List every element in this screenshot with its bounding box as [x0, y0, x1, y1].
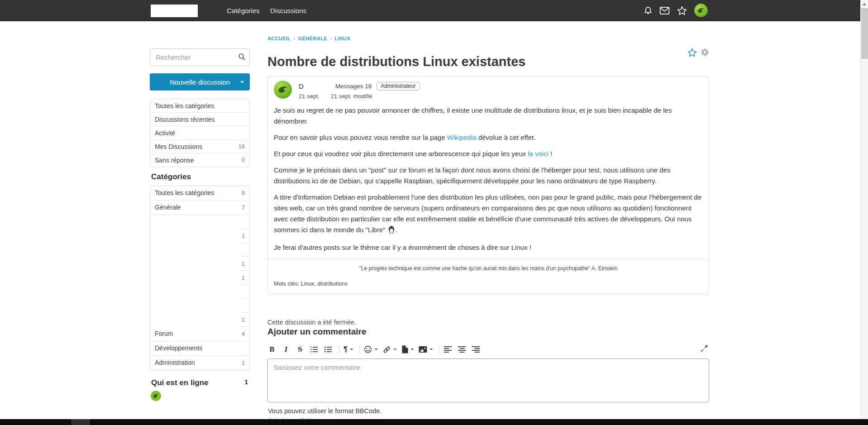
scroll-up-arrow-icon[interactable] — [863, 3, 866, 5]
editor-toolbar: B I S ¶ — [267, 342, 709, 357]
sidebar-list-row[interactable]: 1 — [150, 313, 249, 327]
site-logo[interactable] — [151, 5, 198, 17]
sidebar-list-row[interactable]: Mes Discussions 16 — [150, 139, 249, 153]
row-count: 7 — [242, 204, 245, 211]
sidebar-list-row[interactable]: Activité — [150, 126, 249, 139]
paragraph-style-button[interactable]: ¶ — [343, 344, 353, 355]
wikipedia-link[interactable]: Wikipedia — [447, 134, 477, 141]
link-button[interactable] — [382, 344, 396, 355]
row-count: 1 — [242, 359, 245, 366]
comment-input[interactable] — [267, 358, 709, 402]
image-button[interactable] — [419, 344, 433, 355]
post-header: D Messages 16 Administrateur 21 sept. 21… — [274, 81, 703, 100]
post-tags: Mots clés: Linux, distributions — [274, 281, 703, 287]
favorites-star-icon[interactable] — [677, 6, 687, 16]
sidebar-list-row[interactable]: Discussions récentes — [150, 112, 249, 126]
chevron-down-icon — [430, 349, 433, 350]
ordered-list-button[interactable] — [310, 344, 319, 355]
star-thread-icon[interactable] — [687, 48, 697, 59]
sidebar-list-row[interactable]: Toutes les catégories 9 — [150, 186, 249, 200]
search-box — [150, 48, 250, 66]
row-count: 1 — [242, 260, 245, 267]
italic-button[interactable]: I — [281, 344, 291, 355]
online-user-avatar[interactable] — [151, 391, 161, 401]
sidebar-list-row[interactable]: Forum 4 — [150, 327, 249, 341]
post-paragraph: Et pour ceux qui voudrez voir plus direc… — [274, 148, 703, 159]
post-body: Je suis au regret de ne pas pouvoir anno… — [274, 105, 703, 253]
row-label: Générale — [155, 204, 181, 211]
chevron-down-icon — [240, 81, 244, 83]
post-edited-date: 21 sept. modifié — [331, 93, 372, 100]
breadcrumb-category[interactable]: GÉNÉRALE — [298, 36, 334, 41]
unordered-list-button[interactable] — [324, 344, 333, 355]
row-label: Forum — [155, 330, 173, 337]
vertical-scrollbar-thumb[interactable] — [861, 8, 868, 59]
discussion-closed-notice: Cette discussion a été fermée. — [267, 319, 356, 326]
row-label: Développements — [155, 344, 202, 352]
nav-link-discussions[interactable]: Discussions — [270, 0, 306, 21]
sidebar-list-row[interactable]: 1 — [150, 257, 249, 271]
breadcrumb-home[interactable]: ACCUEIL — [267, 36, 298, 41]
online-count: 1 — [244, 378, 249, 387]
row-label: Toutes les catégories — [155, 102, 215, 110]
fullscreen-expand-icon[interactable] — [700, 344, 708, 354]
sidebar-list-row[interactable]: Administration 1 — [150, 355, 249, 370]
vertical-scrollbar[interactable] — [860, 0, 868, 419]
row-count: 0 — [242, 157, 245, 163]
chevron-down-icon — [350, 349, 353, 350]
user-avatar[interactable] — [694, 4, 708, 17]
new-discussion-button[interactable]: Nouvelle discussion — [150, 73, 250, 91]
emoji-button[interactable] — [364, 344, 377, 355]
row-label: Mes Discussions — [155, 143, 202, 150]
top-navbar: Catégories Discussions — [0, 0, 868, 21]
sidebar-list-row[interactable]: Toutes les catégories — [150, 99, 249, 112]
post-paragraph: Comme je le précisais dans un "post" sur… — [274, 165, 703, 186]
search-input[interactable] — [150, 48, 250, 66]
post-date: 21 sept. — [299, 93, 320, 100]
add-comment-heading: Ajouter un commentaire — [267, 327, 367, 337]
sidebar-list-row[interactable]: 1 — [150, 229, 249, 243]
bold-button[interactable]: B — [267, 344, 277, 355]
row-count: 16 — [238, 143, 245, 150]
chevron-down-icon — [375, 349, 377, 350]
row-count: 1 — [242, 233, 245, 239]
sidebar-list-row[interactable] — [150, 299, 249, 313]
notifications-bell-icon[interactable] — [643, 6, 653, 16]
align-center-button[interactable] — [458, 344, 467, 355]
row-label: Discussions récentes — [155, 116, 215, 123]
horizontal-scrollbar-thumb[interactable] — [71, 419, 90, 425]
file-button[interactable] — [401, 344, 414, 355]
row-count: 1 — [242, 316, 245, 323]
penguin-emoji-icon — [388, 225, 395, 237]
online-heading-label: Qui est en ligne — [151, 378, 209, 387]
row-label: Administration — [155, 359, 195, 366]
post-author-name[interactable]: D — [299, 82, 335, 90]
sidebar-list-row[interactable] — [150, 215, 249, 229]
nav-link-categories[interactable]: Catégories — [227, 0, 260, 21]
gear-icon[interactable] — [701, 48, 709, 59]
align-left-button[interactable] — [444, 344, 453, 355]
search-icon[interactable] — [238, 53, 246, 62]
post-author-avatar[interactable] — [274, 81, 292, 99]
sidebar-list-row[interactable]: Développements — [150, 341, 249, 355]
sidebar-list-row[interactable]: Générale 7 — [150, 200, 249, 215]
post-paragraph: Je suis au regret de ne pas pouvoir anno… — [274, 105, 703, 127]
horizontal-scrollbar[interactable] — [0, 419, 868, 425]
sidebar-list-row[interactable]: Sans réponse 0 — [150, 153, 249, 167]
signature-divider — [268, 259, 709, 260]
sidebar-list-row[interactable]: 1 — [150, 271, 249, 285]
post-paragraph: Je ferai d'autres posts sur le thème car… — [274, 242, 703, 253]
strikethrough-button[interactable]: S — [296, 344, 305, 355]
align-right-button[interactable] — [472, 344, 481, 355]
toolbar-separator — [439, 345, 439, 354]
breadcrumb-current[interactable]: LINUX — [334, 36, 350, 41]
messages-envelope-icon[interactable] — [659, 6, 669, 16]
chevron-down-icon — [411, 349, 414, 350]
la-voici-link[interactable]: la voici — [528, 150, 548, 158]
thread-actions — [687, 48, 709, 59]
sidebar-list-row[interactable] — [150, 285, 249, 299]
row-label: Activité — [155, 129, 175, 137]
sidebar-list-row[interactable] — [150, 243, 249, 257]
admin-badge: Administrateur — [377, 82, 420, 91]
row-count: 4 — [242, 330, 245, 337]
